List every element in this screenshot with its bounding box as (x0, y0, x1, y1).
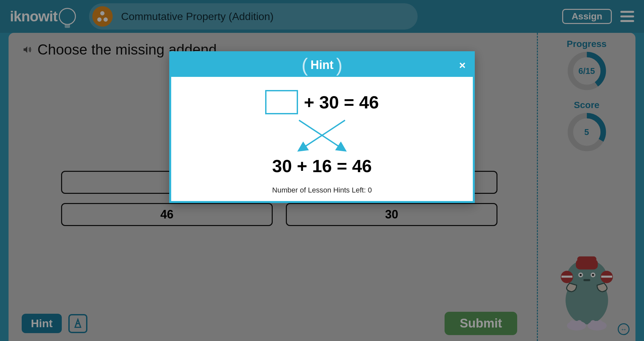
blank-box-icon (265, 90, 298, 114)
hint-equation-1-text: + 30 = 46 (304, 92, 379, 112)
hint-modal-body: + 30 = 46 30 + 16 = 46 Number of Lesson … (171, 77, 473, 201)
hint-equation-2-text: 30 + 16 = 46 (272, 156, 372, 176)
hint-equation-1: + 30 = 46 (184, 90, 460, 114)
hints-remaining-value: 0 (368, 186, 372, 194)
hints-remaining-label: Number of Lesson Hints Left: (272, 186, 368, 194)
hint-equation-2: 30 + 16 = 46 (184, 156, 460, 176)
swap-arrows-icon (279, 118, 365, 154)
hints-remaining: Number of Lesson Hints Left: 0 (184, 186, 460, 194)
close-icon[interactable]: × (459, 59, 466, 71)
hint-modal-header: ( Hint ) × (171, 53, 473, 77)
hint-modal: ( Hint ) × + 30 = 46 30 + 16 = 46 Number… (169, 51, 475, 203)
hint-modal-title: Hint (310, 58, 334, 72)
